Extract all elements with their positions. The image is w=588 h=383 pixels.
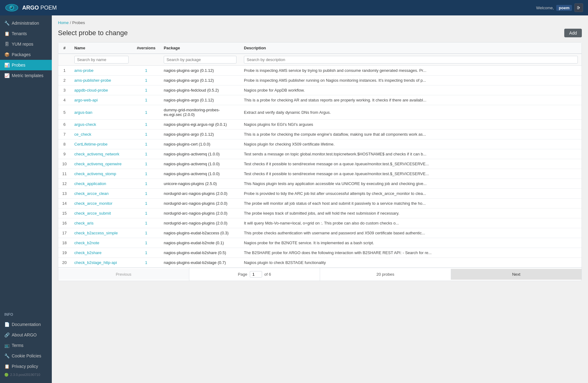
prev-button[interactable]: Previous <box>58 269 189 280</box>
breadcrumb-home[interactable]: Home <box>58 20 69 25</box>
sidebar-item-terms[interactable]: 📺 Terms <box>0 340 52 351</box>
sidebar-item-label: About ARGO <box>12 332 37 337</box>
version-link[interactable]: 1 <box>145 68 147 73</box>
probe-link[interactable]: check_application <box>74 181 106 186</box>
probe-link[interactable]: check_aris <box>74 221 93 225</box>
row-package: nagios-plugins-cert (1.0.0) <box>160 139 240 149</box>
row-package: nordugrid-arc-nagios-plugins (2.0.0) <box>160 218 240 228</box>
probe-link[interactable]: check_arcce_monitor <box>74 201 113 206</box>
probe-link[interactable]: check_b2access_simple <box>74 231 118 235</box>
probe-link[interactable]: check_activemq_stomp <box>74 171 116 176</box>
version-link[interactable]: 1 <box>145 132 147 137</box>
row-description: Nagios plugins for EGI's NGI's arguses <box>240 120 582 130</box>
sidebar-item-administration[interactable]: 🔧 Administration <box>0 18 52 28</box>
version-link[interactable]: 1 <box>145 211 147 216</box>
version-link[interactable]: 1 <box>145 241 147 245</box>
logout-button[interactable] <box>574 3 583 12</box>
row-package: nordugrid-arc-nagios-plugins (2.0.0) <box>160 189 240 199</box>
probe-link[interactable]: check_activemq_openwire <box>74 162 121 166</box>
row-package: nagios-plugins-activemq (1.0.0) <box>160 159 240 169</box>
version-link[interactable]: 1 <box>145 162 147 166</box>
search-package-cell <box>160 54 240 66</box>
metric-icon: 📈 <box>4 73 9 78</box>
version-link[interactable]: 1 <box>145 122 147 127</box>
probe-link[interactable]: ce_check <box>74 132 91 137</box>
probe-link[interactable]: ams-publisher-probe <box>74 78 111 83</box>
row-probe-name: check_arcce_clean <box>71 189 132 199</box>
version-link[interactable]: 1 <box>145 181 147 186</box>
probe-link[interactable]: appdb-cloud-probe <box>74 88 108 93</box>
table-row: 17 check_b2access_simple 1 nagios-plugin… <box>58 228 582 238</box>
probes-icon: 📊 <box>4 63 9 68</box>
table-row: 13 check_arcce_clean 1 nordugrid-arc-nag… <box>58 189 582 199</box>
probe-link[interactable]: argus-ban <box>74 110 93 115</box>
row-package: nagios-plugins-argo (0.1.12) <box>160 95 240 105</box>
sidebar-item-documentation[interactable]: 📄 Documentation <box>0 319 52 330</box>
version-link[interactable]: 1 <box>145 110 147 115</box>
version-link[interactable]: 1 <box>145 88 147 93</box>
probe-link[interactable]: argus-check <box>74 122 96 127</box>
search-description-input[interactable] <box>244 56 578 64</box>
row-probe-name: check_b2share <box>71 248 132 258</box>
packages-icon: 📦 <box>4 52 9 57</box>
next-button[interactable]: Next <box>451 269 582 280</box>
sidebar-item-cookie-policies[interactable]: 🔧 Cookie Policies <box>0 351 52 361</box>
col-header-versions: #versions <box>132 43 160 54</box>
version-link[interactable]: 1 <box>145 78 147 83</box>
row-description: The probe will monitor all job status of… <box>240 199 582 208</box>
page-input[interactable] <box>250 271 262 278</box>
row-versions: 1 <box>132 228 160 238</box>
page-info: Page of 6 <box>189 268 320 281</box>
version-link[interactable]: 1 <box>145 142 147 146</box>
search-name-input[interactable] <box>74 56 129 64</box>
sidebar-item-privacy-policy[interactable]: 📋 Privacy policy <box>0 361 52 372</box>
probe-link[interactable]: check_b2stage_http-api <box>74 260 117 265</box>
row-num: 14 <box>58 199 71 208</box>
probe-link[interactable]: check_activemq_network <box>74 152 119 156</box>
probe-link[interactable]: check_b2note <box>74 241 99 245</box>
probe-link[interactable]: check_arcce_clean <box>74 191 109 196</box>
probe-link[interactable]: check_b2share <box>74 250 101 255</box>
version-link[interactable]: 1 <box>145 171 147 176</box>
sidebar-item-packages[interactable]: 📦 Packages <box>0 49 52 60</box>
privacy-icon: 📋 <box>4 364 9 369</box>
probe-link[interactable]: check_arcce_submit <box>74 211 111 216</box>
row-versions: 1 <box>132 95 160 105</box>
pagination-cell: Previous Page of 6 20 probes Next <box>58 268 582 281</box>
version-link[interactable]: 1 <box>145 231 147 235</box>
table-row: 16 check_aris 1 nordugrid-arc-nagios-plu… <box>58 218 582 228</box>
sidebar-item-label: Cookie Policies <box>12 353 41 358</box>
sidebar: 🔧 Administration 📋 Tenants 🗄 YUM repos 📦… <box>0 15 52 383</box>
info-label: INFO <box>0 310 52 319</box>
sidebar-item-metric-templates[interactable]: 📈 Metric templates <box>0 70 52 81</box>
breadcrumb-current: Probes <box>72 20 85 25</box>
version-link[interactable]: 1 <box>145 191 147 196</box>
row-probe-name: check_activemq_network <box>71 149 132 159</box>
sidebar-item-yum-repos[interactable]: 🗄 YUM repos <box>0 39 52 49</box>
search-package-input[interactable] <box>164 56 236 64</box>
row-package: nagios-plugins-activemq (1.0.0) <box>160 169 240 179</box>
row-description: Test sends a message on topic global.mon… <box>240 149 582 159</box>
version-link[interactable]: 1 <box>145 221 147 225</box>
version-info: 🟢 2.3.0.post20190710 <box>0 372 52 378</box>
sidebar-item-about-argo[interactable]: 🔗 About ARGO <box>0 330 52 340</box>
version-link[interactable]: 1 <box>145 152 147 156</box>
version-link[interactable]: 1 <box>145 98 147 102</box>
welcome-text: Welcome, <box>536 6 554 10</box>
row-versions: 1 <box>132 159 160 169</box>
row-package: nagios-plugins-argo (0.1.12) <box>160 66 240 76</box>
logout-icon <box>577 6 580 10</box>
add-button[interactable]: Add <box>564 29 582 37</box>
probe-link[interactable]: ams-probe <box>74 68 93 73</box>
version-link[interactable]: 1 <box>145 260 147 265</box>
version-link[interactable]: 1 <box>145 250 147 255</box>
probe-link[interactable]: argo-web-api <box>74 98 98 102</box>
row-description: Test checks if it possible to send/recei… <box>240 159 582 169</box>
row-versions: 1 <box>132 169 160 179</box>
probe-link[interactable]: CertLifetime-probe <box>74 142 108 146</box>
sidebar-item-tenants[interactable]: 📋 Tenants <box>0 28 52 39</box>
version-link[interactable]: 1 <box>145 201 147 206</box>
sidebar-item-probes[interactable]: 📊 Probes <box>0 60 52 70</box>
about-icon: 🔗 <box>4 332 9 337</box>
of-label: of <box>264 272 268 277</box>
